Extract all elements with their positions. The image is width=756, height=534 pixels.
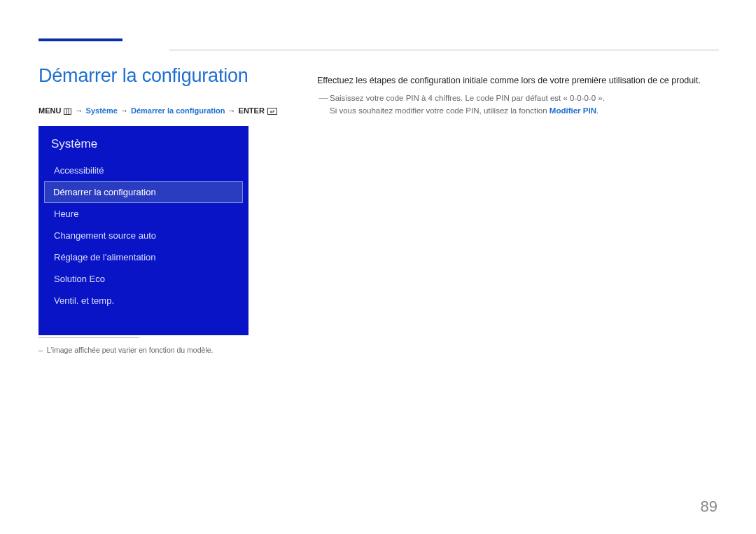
breadcrumb: MENU → Système → Démarrer la configurati… — [38, 106, 298, 115]
breadcrumb-enter: ENTER — [239, 106, 265, 115]
breadcrumb-menu: MENU — [38, 106, 61, 115]
content-row: Démarrer la configuration MENU → Système… — [38, 65, 718, 335]
header-rule — [169, 50, 719, 50]
menu-grid-icon — [64, 108, 71, 115]
note-dash-icon: ― — [317, 92, 330, 102]
note-line2-post: . — [596, 106, 598, 115]
menu-item[interactable]: Solution Eco — [38, 268, 248, 290]
note-line1: Saisissez votre code PIN à 4 chiffres. L… — [330, 94, 605, 102]
menu-panel: Système AccessibilitéDémarrer la configu… — [38, 126, 248, 335]
svg-rect-0 — [64, 108, 71, 114]
page-title: Démarrer la configuration — [38, 65, 298, 87]
footnote: –L'image affichée peut varier en fonctio… — [38, 346, 213, 354]
footnote-rule — [38, 337, 139, 338]
note-line2-pre: Si vous souhaitez modifier votre code PI… — [330, 106, 550, 115]
breadcrumb-arrow-1: → — [76, 106, 83, 115]
note-block: ― Saisissez votre code PIN à 4 chiffres.… — [317, 92, 718, 118]
menu-panel-title: Système — [38, 136, 248, 160]
intro-text: Effectuez les étapes de configuration in… — [317, 73, 718, 87]
left-column: Démarrer la configuration MENU → Système… — [38, 65, 298, 335]
menu-item[interactable]: Réglage de l'alimentation — [38, 246, 248, 268]
breadcrumb-demarrer: Démarrer la configuration — [131, 106, 225, 115]
footnote-text: L'image affichée peut varier en fonction… — [47, 346, 214, 354]
footnote-dash-icon: – — [38, 346, 43, 354]
page-root: Démarrer la configuration MENU → Système… — [0, 0, 756, 534]
menu-item[interactable]: Changement source auto — [38, 225, 248, 246]
note-text: Saisissez votre code PIN à 4 chiffres. L… — [330, 92, 605, 118]
menu-item[interactable]: Heure — [38, 203, 248, 225]
svg-rect-3 — [267, 108, 276, 115]
menu-items-container: AccessibilitéDémarrer la configurationHe… — [38, 160, 248, 311]
breadcrumb-arrow-3: → — [228, 106, 236, 115]
right-column: Effectuez les étapes de configuration in… — [298, 65, 718, 335]
note-highlight: Modifier PIN — [550, 106, 596, 115]
header-accent-bar — [38, 38, 122, 41]
menu-item[interactable]: Ventil. et temp. — [38, 290, 248, 311]
page-number: 89 — [701, 498, 718, 516]
menu-item[interactable]: Accessibilité — [38, 160, 248, 181]
breadcrumb-systeme: Système — [86, 106, 118, 115]
menu-item[interactable]: Démarrer la configuration — [44, 181, 243, 203]
breadcrumb-arrow-2: → — [120, 106, 128, 115]
enter-icon — [267, 108, 277, 115]
